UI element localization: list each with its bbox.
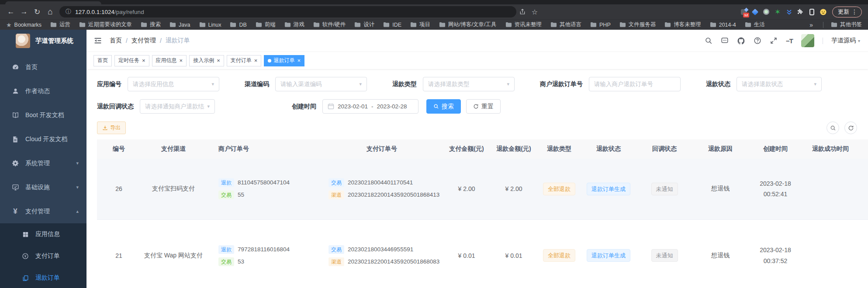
reload-button[interactable]: ↻ [31,6,44,18]
help-icon[interactable] [754,37,761,45]
app-logo[interactable]: 芋道管理系统 [0,30,86,52]
bookmark-folder[interactable]: IDE [383,21,401,28]
refresh-table-button[interactable] [844,121,857,134]
date-range-picker[interactable]: 2023-02-01 - 2023-02-28 [322,99,418,114]
profile-avatar-icon[interactable] [817,6,829,18]
sidebar-item-boot-docs[interactable]: Boot 开发文档 [0,103,86,127]
export-button[interactable]: 导出 [97,121,126,134]
folder-icon [550,21,557,28]
sidebar-item-infrastructure[interactable]: 基础设施 ▾ [0,175,86,199]
export-label: 导出 [110,124,121,132]
bookmarks-root[interactable]: ★ Bookmarks [6,21,41,28]
breadcrumb-home[interactable]: 首页 [110,37,122,45]
tab-refund-order[interactable]: 退款订单 × [264,55,304,66]
bookmark-folder[interactable]: 网站/博客/文章/工具 [439,21,496,28]
bookmarks-bar: ★ Bookmarks 运营 近期需要读的文章 搜索 Java Linux DB… [0,19,868,30]
bookmarks-overflow-icon[interactable]: » [809,21,813,28]
close-icon[interactable]: × [180,58,183,63]
bookmark-folder[interactable]: 博客未整理 [664,21,701,28]
user-menu[interactable]: 芋道源码 ▾ [831,37,860,45]
bookmark-folder[interactable]: 软件/硬件 [313,21,346,28]
close-icon[interactable]: × [297,58,301,63]
folder-icon [79,21,86,28]
bookmark-folder[interactable]: 文件服务器 [619,21,656,28]
extension-grid-icon[interactable]: 12 [738,6,749,18]
sidebar-subitem-pay-order[interactable]: 支付订单 [0,245,86,267]
reset-label: 重置 [481,103,494,111]
merchant-refund-no-input[interactable] [589,77,681,91]
extension-chevrons-icon[interactable] [783,6,795,18]
search-button[interactable]: 搜索 [426,99,461,114]
notify-status-select[interactable]: 请选择通知商户退款结果 ▾ [140,99,215,114]
close-icon[interactable]: × [142,58,145,63]
tab-pay-order[interactable]: 支付订单 × [227,55,262,66]
hide-search-button[interactable] [827,121,839,134]
bookmark-folder[interactable]: 前端 [256,21,276,28]
cell-id: 26 [97,159,141,219]
bookmark-folder[interactable]: 资讯未整理 [505,21,542,28]
reset-button[interactable]: 重置 [466,99,501,114]
extension-window-icon[interactable] [806,6,817,18]
sidebar-subitem-refund-order[interactable]: 退款订单 [0,267,86,288]
bookmark-folder[interactable]: 其他语言 [550,21,581,28]
refund-table: 编号 支付渠道 商户订单号 支付订单号 支付金额(元) 退款金额(元) 退款类型… [97,139,868,288]
extensions-puzzle-icon[interactable] [795,6,806,18]
other-bookmarks[interactable]: 其他书签 [831,21,862,28]
tab-integration-demo[interactable]: 接入示例 × [189,55,224,66]
tab-app-info[interactable]: 应用信息 × [152,55,187,66]
sidebar-subitem-app-info[interactable]: 应用信息 [0,223,86,245]
sidebar-item-author-news[interactable]: 作者动态 [0,79,86,103]
sidebar-collapse-icon[interactable] [93,36,102,45]
site-info-icon[interactable]: ⓘ [66,8,71,16]
extension-star-icon[interactable]: ✶ [772,6,783,18]
share-icon[interactable] [516,6,529,18]
app-select[interactable]: 请选择应用信息 ▾ [128,77,219,91]
browser-tab[interactable] [5,1,101,4]
close-icon[interactable]: × [254,58,258,63]
refund-type-select[interactable]: 请选择退款类型 ▾ [423,77,515,91]
bookmark-folder[interactable]: PHP [590,21,611,28]
refund-status-select[interactable]: 请选择退款状态 ▾ [737,77,822,91]
extension-kite-icon[interactable] [749,6,761,18]
user-avatar[interactable] [801,34,814,47]
update-button[interactable]: 更新 ⋮ [832,7,862,17]
bookmark-folder[interactable]: 设计 [354,21,374,28]
bookmark-star-icon[interactable]: ☆ [529,6,541,18]
tab-label: 首页 [97,57,108,64]
font-size-icon[interactable]: −T [786,37,793,45]
bookmark-folder[interactable]: Linux [199,21,221,28]
forward-button[interactable]: → [17,6,31,18]
folder-icon [230,21,236,28]
bookmark-folder[interactable]: 运营 [50,21,70,28]
sidebar-item-cloud-docs[interactable]: Cloud 开发文档 [0,127,86,151]
extension-ring-icon[interactable] [761,6,772,18]
back-button[interactable]: ← [4,6,17,18]
fullscreen-icon[interactable] [770,37,778,45]
github-icon[interactable] [737,37,745,45]
sidebar-item-payment-management[interactable]: ¥ 支付管理 ▴ [0,199,86,223]
folder-icon [141,21,147,28]
folder-icon [619,21,626,28]
bookmark-folder[interactable]: DB [230,21,246,28]
home-button[interactable]: ⌂ [44,6,57,18]
channel-code-select[interactable]: 请输入渠道编码 ▾ [275,77,367,91]
folder-icon [831,21,837,28]
col-pay-order-no: 支付订单号 [321,139,443,159]
breadcrumb-payment[interactable]: 支付管理 [131,37,156,45]
address-bar[interactable]: ⓘ 127.0.0.1:1024/pay/refund [59,6,516,17]
browser-menu-icon[interactable]: ⋮ [849,8,860,15]
sidebar-item-system-management[interactable]: 系统管理 ▾ [0,151,86,175]
bookmark-folder[interactable]: 生活 [745,21,765,28]
bookmark-folder[interactable]: 近期需要读的文章 [79,21,132,28]
bookmark-folder[interactable]: 2014-4 [710,21,736,28]
bookmark-folder[interactable]: 游戏 [284,21,304,28]
close-icon[interactable]: × [217,58,220,63]
message-icon[interactable] [721,37,729,45]
bookmark-folder[interactable]: 搜索 [141,21,161,28]
tab-scheduled-tasks[interactable]: 定时任务 × [114,55,149,66]
sidebar-item-home[interactable]: 首页 [0,55,86,79]
bookmark-folder[interactable]: Java [169,21,190,28]
bookmark-folder[interactable]: 项目 [410,21,430,28]
tab-home[interactable]: 首页 [93,55,112,66]
search-icon[interactable] [705,37,712,45]
